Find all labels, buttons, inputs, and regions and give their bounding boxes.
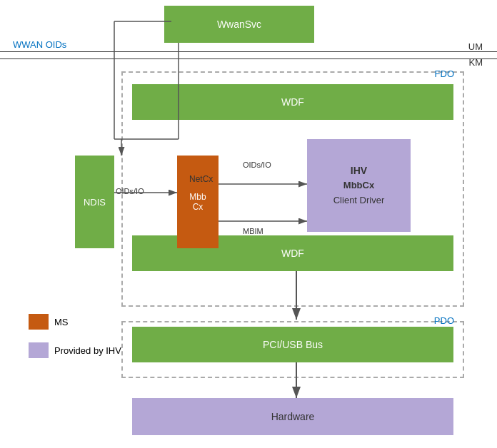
legend-ihv-color [29, 342, 49, 358]
hardware-box: Hardware [132, 398, 453, 435]
km-label: KM [469, 57, 483, 68]
um-line [0, 51, 497, 52]
mbim-label: MBIM [243, 227, 263, 235]
oidsio-top-label: OIDs/IO [243, 161, 271, 169]
wdf-bottom-label: WDF [281, 248, 304, 259]
wwansvc-box: WwanSvc [164, 6, 314, 43]
ihv-driver: Client Driver [333, 193, 385, 208]
pcibus-label: PCI/USB Bus [263, 339, 323, 350]
ndis-box: NDIS [75, 156, 114, 248]
um-label: UM [468, 41, 483, 52]
hardware-label: Hardware [271, 411, 315, 422]
ihv-content: IHV MbbCx Client Driver [333, 163, 385, 208]
pcibus-box: PCI/USB Bus [132, 327, 453, 362]
fdo-label: FDO [435, 68, 454, 79]
mbbcx-label: MbbCx [189, 192, 206, 212]
legend-ms-color [29, 314, 49, 330]
legend-ihv-label: Provided by IHV [54, 345, 121, 356]
wdf-top-box: WDF [132, 84, 453, 120]
oidsio-ndis-label: OIDs/IO [116, 187, 144, 195]
legend-ms-label: MS [54, 317, 69, 327]
ihv-title: IHV [333, 163, 385, 178]
km-line [0, 58, 497, 59]
ndis-label: NDIS [84, 197, 106, 208]
diagram-container: UM KM WWAN OIDs WwanSvc FDO WDF WDF NDIS… [0, 0, 497, 448]
ihv-sub: MbbCx [333, 178, 385, 193]
legend-ms: MS [29, 314, 69, 330]
netcx-label: NetCx [189, 174, 213, 184]
wwan-oids-label: WWAN OIDs [13, 39, 66, 50]
pdo-label: PDO [434, 315, 454, 326]
wdf-top-label: WDF [281, 96, 304, 108]
legend-ihv: Provided by IHV [29, 342, 121, 358]
wwansvc-label: WwanSvc [217, 19, 261, 30]
mbbcx-box: MbbCx [177, 156, 219, 248]
ihv-box: IHV MbbCx Client Driver [307, 139, 411, 232]
